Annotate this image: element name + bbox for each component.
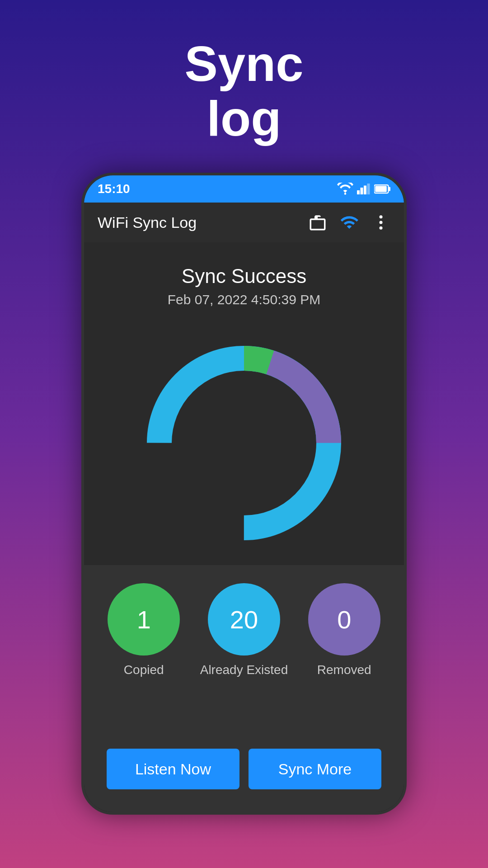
app-bar: WiFi Sync Log <box>84 203 404 242</box>
listen-now-button[interactable]: Listen Now <box>107 749 239 789</box>
stat-removed: 0 Removed <box>308 583 380 677</box>
stats-circles: 1 Copied 20 Already Existed 0 Removed <box>98 583 390 677</box>
svg-rect-1 <box>361 188 363 194</box>
svg-rect-0 <box>357 190 360 194</box>
app-bar-actions <box>308 213 390 232</box>
status-time: 15:10 <box>98 182 130 196</box>
donut-chart <box>131 330 357 556</box>
status-icons <box>337 183 390 195</box>
svg-rect-5 <box>389 187 391 191</box>
sync-more-button[interactable]: Sync More <box>249 749 381 789</box>
svg-rect-3 <box>367 184 370 194</box>
signal-icon <box>357 183 371 195</box>
copied-label: Copied <box>124 663 164 677</box>
battery-icon <box>374 183 390 195</box>
removed-label: Removed <box>317 663 371 677</box>
existed-label: Already Existed <box>200 663 288 677</box>
stat-existed: 20 Already Existed <box>200 583 288 677</box>
more-options-icon[interactable] <box>371 213 390 232</box>
stats-section: 1 Copied 20 Already Existed 0 Removed <box>84 565 404 812</box>
sync-status: Sync Success <box>168 265 321 288</box>
stat-copied: 1 Copied <box>108 583 180 677</box>
existed-circle[interactable]: 20 <box>208 583 280 656</box>
bag-icon[interactable] <box>308 213 327 232</box>
main-content: Sync Success Feb 07, 2022 4:50:39 PM 1 <box>84 242 404 812</box>
svg-point-9 <box>380 226 383 230</box>
svg-point-7 <box>380 215 383 218</box>
sync-date: Feb 07, 2022 4:50:39 PM <box>168 292 321 307</box>
phone-frame: 15:10 WiFi Sync Log <box>81 173 407 815</box>
status-bar: 15:10 <box>84 175 404 203</box>
removed-circle[interactable]: 0 <box>308 583 380 656</box>
copied-circle[interactable]: 1 <box>108 583 180 656</box>
svg-rect-2 <box>364 186 366 195</box>
action-buttons: Listen Now Sync More <box>98 740 390 798</box>
app-bar-title: WiFi Sync Log <box>98 214 308 231</box>
svg-rect-6 <box>375 186 387 192</box>
page-title: Sync log <box>185 36 304 146</box>
svg-point-8 <box>380 221 383 224</box>
sync-header: Sync Success Feb 07, 2022 4:50:39 PM <box>159 242 330 321</box>
wifi-icon <box>337 183 353 195</box>
wifi-colored-icon[interactable] <box>340 213 359 232</box>
